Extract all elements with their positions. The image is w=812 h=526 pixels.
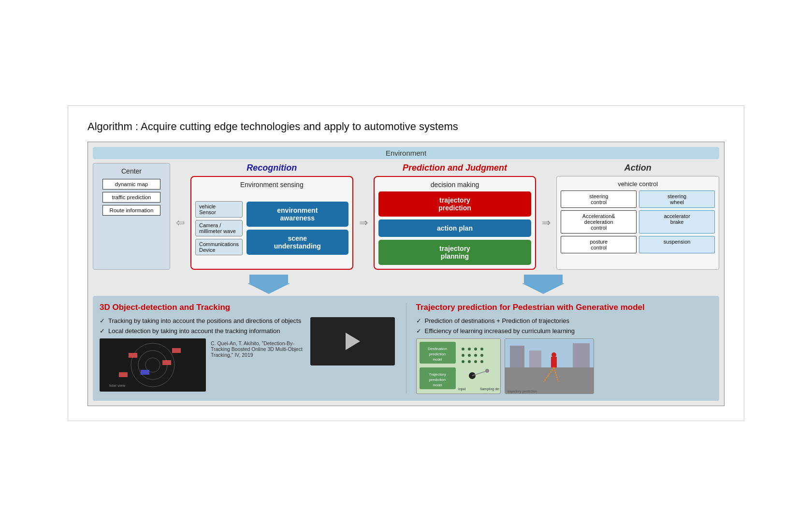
center-box-2: traffic prediction [102, 192, 160, 203]
vehicle-control-title: vehicle control [561, 180, 715, 188]
bullet-left-1: Tracking by taking into account the posi… [100, 317, 304, 324]
bullet-right-2: Efficiency of learning increased by curr… [416, 327, 713, 335]
action-label: Action [556, 163, 719, 173]
svg-rect-5 [162, 360, 171, 365]
bottom-left-title: 3D Object-detection and Tracking [100, 303, 396, 312]
center-box-3: Route information [102, 205, 160, 216]
sensing-content: vehicleSensor Camera /millimeter wave Co… [195, 191, 348, 265]
svg-point-24 [468, 354, 471, 357]
svg-rect-6 [141, 370, 149, 375]
slide-title: Algorithm : Acquire cutting edge technol… [87, 120, 725, 133]
svg-point-25 [474, 354, 477, 357]
svg-rect-8 [119, 372, 128, 377]
lidar-svg: lidar view [100, 338, 206, 392]
video-placeholder[interactable] [310, 317, 395, 365]
svg-rect-7 [172, 348, 181, 353]
action-cell-suspension: suspension [639, 236, 715, 253]
svg-text:Destination: Destination [428, 347, 447, 351]
lidar-image-placeholder: lidar view [100, 338, 206, 392]
bottom-right-text: Prediction of destinations + Prediction … [416, 317, 713, 394]
citation-text: C. Quei-An, T. Akihito, "Detection-By-Tr… [211, 340, 304, 358]
action-cell-posture: posturecontrol [561, 236, 637, 253]
svg-text:Input: Input [458, 387, 466, 391]
sensor-camera: Camera /millimeter wave [195, 220, 243, 236]
arrow-down-left [247, 275, 290, 294]
bottom-left: 3D Object-detection and Tracking Trackin… [100, 303, 406, 394]
arrow-recognition-prediction: ⇒ [358, 176, 369, 270]
bottom-right-title: Trajectory prediction for Pedestrian wit… [416, 303, 713, 312]
environment-bar: Environment [93, 147, 719, 159]
bottom-left-content: Tracking by taking into account the posi… [100, 317, 396, 392]
svg-rect-39 [529, 351, 541, 367]
arrow-down-right [522, 275, 565, 294]
svg-text:trajectory prediction: trajectory prediction [508, 390, 537, 394]
bottom-right-content: Prediction of destinations + Prediction … [416, 317, 713, 394]
bottom-left-media: lidar view C. Quei-An, T. Akihito, "Dete… [100, 338, 304, 392]
bottom-row: 3D Object-detection and Tracking Trackin… [93, 296, 719, 401]
svg-text:model: model [433, 383, 442, 387]
sensor-vehicle: vehicleSensor [195, 201, 243, 218]
prediction-inner: decision making trajectoryprediction act… [374, 176, 536, 270]
svg-text:prediction: prediction [429, 352, 446, 356]
prediction-boxes: trajectoryprediction action plan traject… [378, 191, 532, 265]
arrow-prediction-action: ⇒ [541, 176, 551, 270]
center-title: Center [121, 167, 142, 175]
action-inner: vehicle control steeringcontrol steering… [556, 176, 719, 270]
svg-point-22 [480, 348, 483, 351]
svg-rect-41 [551, 357, 557, 367]
bullet-right-1: Prediction of destinations + Prediction … [416, 317, 713, 324]
svg-text:Trajectory: Trajectory [429, 372, 446, 377]
col-prediction: Prediction and Judgment decision making … [374, 163, 536, 270]
bottom-left-img [309, 317, 396, 365]
svg-point-42 [551, 352, 556, 357]
svg-point-28 [468, 360, 471, 363]
awareness-boxes: environmentawareness sceneunderstanding [246, 191, 348, 265]
center-box-1: dynamic map [102, 179, 160, 190]
bullet-list-left: Tracking by taking into account the posi… [100, 317, 304, 335]
action-cell-accelerator-brake: acceleratorbrake [639, 210, 715, 234]
env-sensing-title: Environment sensing [195, 181, 348, 189]
col-center: Center dynamic map traffic prediction Ro… [93, 163, 170, 270]
action-cell-accel-decel: Acceleration&decelerationcontrol [561, 210, 637, 234]
svg-text:Sampling destinations: Sampling destinations [480, 387, 499, 391]
citation-block: C. Quei-An, T. Akihito, "Detection-By-Tr… [211, 338, 304, 358]
svg-point-26 [480, 354, 483, 357]
svg-rect-4 [129, 353, 137, 358]
svg-point-29 [474, 360, 477, 363]
generative-model-diagram: Destination prediction model Trajectory … [416, 338, 501, 394]
awareness-button: environmentawareness [246, 202, 348, 227]
svg-text:lidar view: lidar view [109, 383, 126, 388]
arrow-row [93, 275, 719, 294]
model-diagrams: Destination prediction model Trajectory … [416, 338, 501, 394]
svg-point-23 [462, 354, 464, 357]
svg-point-30 [480, 360, 483, 363]
slide: Algorithm : Acquire cutting edge technol… [68, 105, 744, 421]
svg-point-20 [468, 348, 471, 351]
bullet-left-2: Local detection by taking into account t… [100, 327, 304, 335]
col-action: Action vehicle control steeringcontrol s… [556, 163, 719, 270]
svg-rect-38 [510, 346, 524, 367]
bottom-left-text: Tracking by taking into account the posi… [100, 317, 304, 392]
svg-rect-40 [573, 343, 590, 367]
main-diagram: Environment Center dynamic map traffic p… [87, 142, 725, 406]
sensor-list: vehicleSensor Camera /millimeter wave Co… [195, 191, 243, 265]
svg-text:model: model [433, 358, 442, 361]
recognition-label: Recognition [190, 163, 353, 173]
prediction-label: Prediction and Judgment [374, 163, 536, 173]
col-recognition: Recognition Environment sensing vehicleS… [190, 163, 353, 270]
play-icon [346, 333, 360, 350]
street-svg: trajectory prediction [505, 338, 594, 394]
action-cell-steering-wheel: steeringwheel [639, 190, 715, 208]
svg-point-27 [462, 360, 464, 363]
action-grid: steeringcontrol steeringwheel Accelerati… [561, 190, 715, 253]
traj-pred-button: trajectoryprediction [378, 191, 532, 217]
recognition-inner: Environment sensing vehicleSensor Camera… [190, 176, 353, 270]
arrow-center-recognition: ⇦ [175, 176, 186, 270]
bottom-right: Trajectory prediction for Pedestrian wit… [406, 303, 713, 394]
top-row: Center dynamic map traffic prediction Ro… [93, 163, 719, 270]
street-scene-placeholder: trajectory prediction [505, 338, 594, 394]
action-plan-button: action plan [378, 219, 532, 237]
svg-point-21 [474, 348, 477, 351]
action-cell-steering-control: steeringcontrol [561, 190, 637, 208]
svg-text:prediction: prediction [429, 378, 446, 382]
